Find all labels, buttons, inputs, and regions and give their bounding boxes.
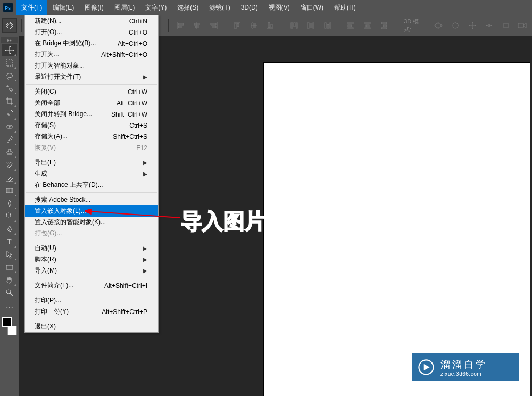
menu-item-label: 关闭(C) [35, 87, 56, 96]
separator [21, 19, 22, 32]
rectangle-tool[interactable] [2, 261, 17, 274]
align-right-icon[interactable] [206, 18, 221, 33]
menu-item[interactable]: 自动(U)▶ [25, 243, 158, 254]
eraser-tool[interactable] [2, 171, 17, 184]
menu-item-label: 关闭并转到 Bridge... [35, 110, 92, 119]
lasso-tool[interactable] [2, 69, 17, 82]
svg-rect-31 [6, 265, 13, 269]
menu-item[interactable]: 打开(O)...Ctrl+O [25, 27, 158, 38]
toolbar: ▸▸ T ⋯ [0, 36, 19, 396]
dist-right-icon[interactable] [377, 18, 392, 33]
menu-item[interactable]: 关闭(C)Ctrl+W [25, 86, 158, 97]
3d-camera-icon[interactable] [515, 18, 530, 33]
menu-help[interactable]: 帮助(H) [329, 0, 361, 15]
edit-toolbar[interactable]: ⋯ [2, 301, 17, 314]
3d-orbit-icon[interactable] [431, 18, 446, 33]
dist-left-icon[interactable] [344, 18, 359, 33]
menu-item[interactable]: 在 Behance 上共享(D)... [25, 179, 158, 191]
svg-rect-25 [518, 23, 523, 28]
3d-pan-icon[interactable] [465, 18, 480, 33]
menu-item[interactable]: 打印一份(Y)Alt+Shift+Ctrl+P [25, 306, 158, 317]
hand-tool[interactable] [2, 274, 17, 286]
gradient-tool[interactable] [2, 184, 17, 197]
dist-bottom-icon[interactable] [320, 18, 335, 33]
menu-item[interactable]: 脚本(R)▶ [25, 254, 158, 265]
svg-rect-14 [365, 22, 370, 24]
type-tool[interactable]: T [2, 235, 17, 248]
menu-window[interactable]: 窗口(W) [295, 0, 329, 15]
dist-hcenter-icon[interactable] [360, 18, 375, 33]
svg-rect-9 [327, 24, 329, 28]
fg-color-swatch[interactable] [2, 317, 12, 327]
quick-select-tool[interactable] [2, 82, 17, 95]
zoom-tool[interactable] [2, 286, 17, 299]
menu-item[interactable]: 新建(N)...Ctrl+N [25, 15, 158, 27]
svg-rect-19 [381, 28, 387, 29]
toolbar-expand[interactable]: ▸▸ [1, 37, 18, 43]
menu-item[interactable]: 导入(M)▶ [25, 265, 158, 276]
bg-color-swatch[interactable] [7, 326, 17, 335]
crop-tool[interactable] [2, 95, 17, 108]
menu-item[interactable]: 文件简介(F)...Alt+Shift+Ctrl+I [25, 280, 158, 291]
menu-item-label: 关闭全部 [35, 98, 60, 108]
3d-roll-icon[interactable] [448, 18, 463, 33]
svg-line-33 [89, 211, 180, 218]
separator [282, 19, 282, 32]
move-tool[interactable] [2, 44, 17, 56]
menu-item[interactable]: 退出(X) [25, 321, 158, 332]
menu-item[interactable]: 存储(S)Ctrl+S [25, 120, 158, 131]
menu-image[interactable]: 图像(I) [79, 0, 109, 15]
menu-item[interactable]: 搜索 Adobe Stock... [25, 194, 158, 205]
menu-filter[interactable]: 滤镜(T) [204, 0, 235, 15]
menu-item[interactable]: 存储为(A)...Shift+Ctrl+S [25, 131, 158, 142]
marquee-tool[interactable] [2, 56, 17, 69]
menu-select[interactable]: 选择(S) [172, 0, 204, 15]
document-canvas[interactable] [264, 63, 530, 396]
3d-slide-icon[interactable] [481, 18, 496, 33]
menu-item[interactable]: 关闭并转到 Bridge...Shift+Ctrl+W [25, 109, 158, 120]
menu-edit[interactable]: 编辑(E) [47, 0, 79, 15]
color-swatches[interactable] [2, 317, 17, 335]
align-vcenter-icon[interactable] [246, 18, 261, 33]
submenu-arrow-icon: ▶ [143, 257, 147, 262]
svg-rect-15 [366, 25, 369, 27]
menu-item[interactable]: 生成▶ [25, 168, 158, 179]
menu-view[interactable]: 视图(V) [263, 0, 295, 15]
path-select-tool[interactable] [2, 248, 17, 261]
submenu-arrow-icon: ▶ [143, 268, 147, 274]
menu-item-shortcut: Alt+Shift+Ctrl+I [104, 282, 147, 290]
3d-scale-icon[interactable] [498, 18, 513, 33]
menu-item[interactable]: 导出(E)▶ [25, 157, 158, 168]
menu-item-label: 打印一份(Y) [35, 307, 69, 316]
submenu-arrow-icon: ▶ [143, 160, 147, 166]
pen-tool[interactable] [2, 222, 17, 235]
menu-item[interactable]: 打印(P)... [25, 295, 158, 306]
menu-item-shortcut: Alt+Ctrl+W [117, 100, 147, 107]
menu-item[interactable]: 关闭全部Alt+Ctrl+W [25, 97, 158, 109]
menu-item[interactable]: 最近打开文件(T)▶ [25, 71, 158, 82]
menu-layer[interactable]: 图层(L) [109, 0, 140, 15]
svg-rect-13 [348, 28, 353, 29]
align-top-icon[interactable] [230, 18, 245, 33]
dist-top-icon[interactable] [287, 18, 302, 33]
dist-vcenter-icon[interactable] [304, 18, 319, 33]
align-bottom-icon[interactable] [263, 18, 278, 33]
stamp-tool[interactable] [2, 146, 17, 159]
eyedropper-tool[interactable] [2, 108, 17, 120]
menu-item[interactable]: 在 Bridge 中浏览(B)...Alt+Ctrl+O [25, 38, 158, 49]
watermark: 溜溜自学 zixue.3d66.com [412, 353, 519, 381]
dodge-tool[interactable] [2, 210, 17, 222]
menu-file[interactable]: 文件(F) [16, 0, 47, 15]
menu-item[interactable]: 打开为...Alt+Shift+Ctrl+O [25, 49, 158, 60]
history-brush-tool[interactable] [2, 159, 17, 171]
menu-type[interactable]: 文字(Y) [140, 0, 172, 15]
blur-tool[interactable] [2, 197, 17, 210]
align-left-icon[interactable] [173, 18, 188, 33]
brush-tool[interactable] [2, 133, 17, 146]
tool-preset-icon[interactable] [2, 18, 17, 33]
menu-3d[interactable]: 3D(D) [236, 0, 263, 15]
menu-item[interactable]: 打开为智能对象... [25, 60, 158, 71]
align-hcenter-icon[interactable] [190, 18, 205, 33]
healing-tool[interactable] [2, 120, 17, 133]
svg-rect-10 [330, 23, 331, 28]
